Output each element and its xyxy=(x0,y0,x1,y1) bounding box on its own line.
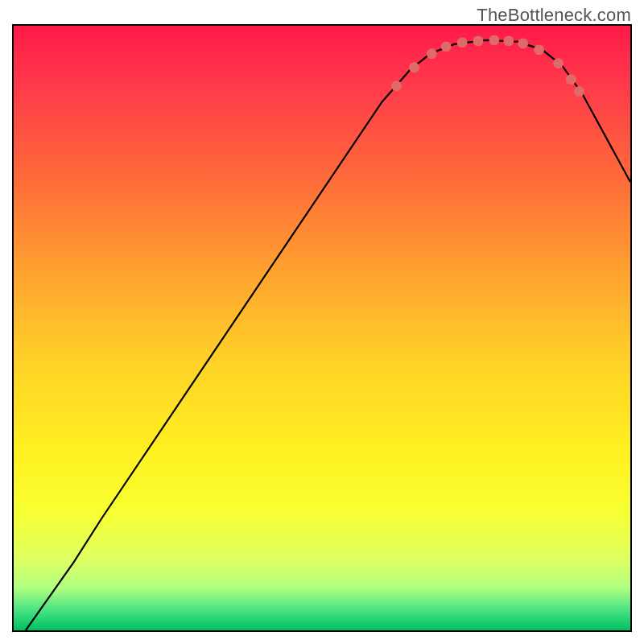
marker-dot xyxy=(518,38,528,48)
marker-dot xyxy=(534,44,544,55)
bottleneck-curve xyxy=(26,40,630,630)
marker-dot xyxy=(566,74,576,85)
marker-dot xyxy=(427,48,437,59)
marker-dot xyxy=(441,41,452,52)
watermark-text: TheBottleneck.com xyxy=(477,5,631,26)
plot-area xyxy=(12,24,632,632)
marker-dot xyxy=(473,35,484,46)
marker-dot xyxy=(489,35,499,45)
marker-dot xyxy=(574,86,584,97)
marker-dot xyxy=(409,62,419,72)
highlight-markers xyxy=(391,35,584,97)
marker-dot xyxy=(503,35,514,46)
chart-svg xyxy=(14,26,630,630)
marker-dot xyxy=(553,58,564,68)
chart-container: TheBottleneck.com xyxy=(0,0,644,644)
marker-dot xyxy=(391,80,402,91)
marker-dot xyxy=(457,37,468,47)
